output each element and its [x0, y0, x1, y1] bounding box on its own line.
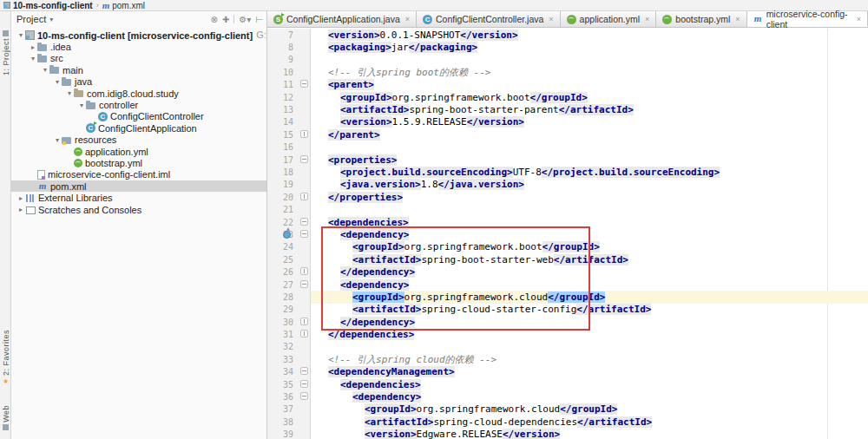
- code-editor[interactable]: 7<version>0.0.1-SNAPSHOT</version>8<pack…: [267, 29, 868, 439]
- collapse-all-icon[interactable]: ⊗: [211, 15, 218, 24]
- fold-marker-icon[interactable]: [297, 330, 311, 339]
- code-line-10[interactable]: 10<!-- 引入spring boot的依赖 -->: [267, 66, 868, 78]
- code-line-13[interactable]: 13<artifactId>spring-boot-starter-parent…: [267, 103, 868, 115]
- fold-marker-icon[interactable]: [297, 193, 311, 202]
- fold-marker-icon[interactable]: [297, 318, 311, 327]
- code-line-38[interactable]: 38<artifactId>spring-cloud-dependencies<…: [267, 416, 868, 428]
- code-line-29[interactable]: 29<artifactId>spring-cloud-starter-confi…: [267, 304, 868, 316]
- gear-icon[interactable]: ⚙▾: [239, 15, 251, 24]
- code-line-19[interactable]: 19<java.version>1.8</java.version>: [267, 179, 868, 191]
- breadcrumb-file[interactable]: pom.xml: [112, 1, 145, 10]
- fold-marker-icon[interactable]: [297, 218, 311, 227]
- code-line-36[interactable]: 36<dependency>: [267, 390, 868, 403]
- code-line-39[interactable]: 39<version>Edgware.RELEASE</version>: [267, 429, 868, 439]
- tree-item-external[interactable]: ▸External Libraries: [11, 192, 266, 203]
- expanded-arrow-icon[interactable]: ▾: [65, 89, 74, 97]
- xml-tag: <project.build.sourceEncoding>: [340, 167, 513, 178]
- fold-marker-icon[interactable]: [297, 280, 311, 290]
- fold-marker-icon[interactable]: [297, 155, 311, 165]
- expanded-arrow-icon[interactable]: ▾: [29, 55, 37, 62]
- tree-item-main[interactable]: ▾main: [11, 64, 266, 75]
- tree-item-microservice-config-client.iml[interactable]: microservice-config-client.iml: [11, 169, 266, 180]
- collapsed-arrow-icon[interactable]: ▸: [16, 206, 25, 213]
- code-line-7[interactable]: 7<version>0.0.1-SNAPSHOT</version>: [267, 29, 868, 41]
- editor-tab-bootstrap.yml[interactable]: bootstrap.yml×: [656, 11, 746, 27]
- tab-label: ConfigClientApplication.java: [286, 14, 400, 24]
- fold-marker-icon[interactable]: [297, 230, 311, 239]
- collapsed-arrow-icon[interactable]: ▸: [16, 194, 25, 202]
- expanded-arrow-icon[interactable]: ▾: [16, 31, 25, 39]
- code-line-33[interactable]: 33<!-- 引入spring cloud的依赖 -->: [267, 353, 868, 365]
- code-line-31[interactable]: 31</dependencies>: [267, 328, 868, 340]
- tree-item-com.idig8.cloud.study[interactable]: ▾com.idig8.cloud.study: [11, 88, 266, 99]
- code-text: [311, 54, 868, 66]
- code-line-32[interactable]: 32: [267, 341, 868, 353]
- tree-item-scratches[interactable]: ▸Scratches and Consoles: [11, 204, 266, 215]
- tree-item-bootstrap.yml[interactable]: bootstrap.yml: [11, 157, 266, 168]
- code-line-21[interactable]: 21: [267, 203, 868, 215]
- expanded-arrow-icon[interactable]: ▾: [41, 66, 49, 74]
- editor-tab-configclientcontroller.java[interactable]: CConfigClientController.java×: [417, 11, 561, 27]
- close-icon[interactable]: ×: [405, 15, 410, 23]
- tool-window-button-project[interactable]: 1: Project: [0, 29, 11, 75]
- tree-item-application.yml[interactable]: application.yml: [11, 146, 266, 157]
- tree-item-java[interactable]: ▾java: [11, 76, 266, 88]
- hide-panel-icon[interactable]: ⊢: [255, 15, 263, 24]
- tree-item-controller[interactable]: ▾controller: [11, 99, 266, 110]
- code-line-24[interactable]: 24<groupId>org.springframework.boot</gro…: [267, 241, 868, 253]
- tree-item-configclientcontroller[interactable]: CConfigClientController: [11, 111, 266, 122]
- code-line-8[interactable]: 8<packaging>jar</packaging>: [267, 41, 868, 53]
- code-line-26[interactable]: 26</dependency>: [267, 265, 868, 278]
- tree-item-10-ms-config-client[interactable]: ▾10-ms-config-client [microservice-confi…: [11, 29, 266, 41]
- close-icon[interactable]: ×: [735, 15, 740, 23]
- close-icon[interactable]: ×: [549, 15, 553, 23]
- editor-tab-configclientapplication.java[interactable]: SConfigClientApplication.java×: [267, 11, 417, 27]
- tree-item-resources[interactable]: ▾resources: [11, 134, 266, 146]
- code-line-17[interactable]: 17<properties>: [267, 154, 868, 166]
- tool-window-button-web[interactable]: Web: [0, 405, 11, 432]
- tree-item-pom.xml[interactable]: mpom.xml: [11, 180, 266, 192]
- expanded-arrow-icon[interactable]: ▾: [53, 78, 62, 86]
- breadcrumb-project[interactable]: 10-ms-config-client: [13, 1, 93, 10]
- expanded-arrow-icon[interactable]: ▾: [53, 136, 62, 144]
- code-line-27[interactable]: 27<dependency>: [267, 278, 868, 291]
- code-line-9[interactable]: 9: [267, 54, 868, 66]
- code-line-34[interactable]: 34<dependencyManagement>: [267, 366, 868, 378]
- code-line-30[interactable]: 30</dependency>: [267, 316, 868, 328]
- tree-item-.idea[interactable]: ▸.idea: [11, 41, 266, 52]
- code-line-23[interactable]: 23<dependency>: [267, 228, 868, 240]
- code-line-16[interactable]: 16: [267, 141, 868, 154]
- editor-tab-application.yml[interactable]: application.yml×: [561, 11, 657, 27]
- code-line-20[interactable]: 20</properties>: [267, 191, 868, 203]
- collapsed-arrow-icon[interactable]: ▸: [29, 43, 37, 51]
- code-line-14[interactable]: 14<version>1.5.9.RELEASE</version>: [267, 116, 868, 128]
- divider: [233, 15, 234, 23]
- tree-item-src[interactable]: ▾src: [11, 53, 266, 64]
- code-line-15[interactable]: 15</parent>: [267, 128, 868, 141]
- line-number: 22: [267, 218, 297, 227]
- fold-marker-icon[interactable]: [297, 392, 311, 402]
- tree-item-configclientapplication[interactable]: CConfigClientApplication: [11, 122, 266, 134]
- code-line-22[interactable]: 22<dependencies>: [267, 216, 868, 228]
- code-line-28[interactable]: 28<groupId>org.springframework.cloud</gr…: [267, 291, 868, 303]
- close-icon[interactable]: ×: [645, 15, 649, 23]
- fold-marker-icon[interactable]: [297, 380, 311, 390]
- close-icon[interactable]: ×: [857, 15, 861, 23]
- tool-window-button-favorites[interactable]: 2: Favorites ★: [0, 330, 11, 387]
- fold-marker-icon[interactable]: [297, 367, 311, 377]
- editor-tab-microservice-config-client[interactable]: mmicroservice-config-client×: [747, 11, 868, 27]
- code-line-11[interactable]: 11<parent>: [267, 79, 868, 91]
- fold-marker-icon[interactable]: [297, 267, 311, 277]
- code-line-12[interactable]: 12<groupId>org.springframework.boot</gro…: [267, 91, 868, 103]
- fold-marker-icon[interactable]: [297, 130, 311, 140]
- xml-text: 1.8: [421, 179, 438, 190]
- expanded-arrow-icon[interactable]: ▾: [77, 102, 86, 109]
- star-icon: ★: [3, 377, 9, 385]
- fold-marker-icon[interactable]: [297, 80, 311, 89]
- code-line-25[interactable]: 25<artifactId>spring-boot-starter-web</a…: [267, 253, 868, 265]
- project-panel-title[interactable]: Project: [16, 14, 46, 24]
- code-line-35[interactable]: 35<dependencies>: [267, 378, 868, 390]
- locate-file-icon[interactable]: ✚: [222, 15, 229, 24]
- code-line-37[interactable]: 37<groupId>org.springframework.cloud</gr…: [267, 403, 868, 416]
- code-line-18[interactable]: 18<project.build.sourceEncoding>UTF-8</p…: [267, 166, 868, 178]
